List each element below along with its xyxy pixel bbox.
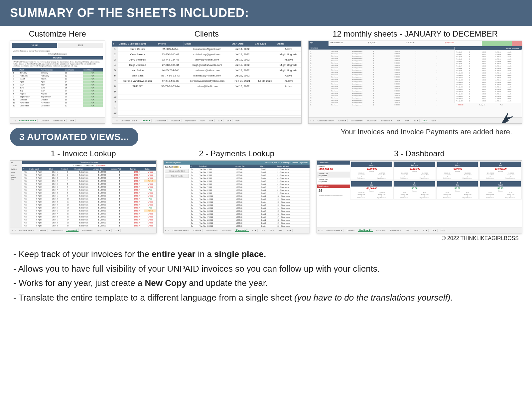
important-note: IMPORTANT: I recommend that you never to… [13,61,102,67]
payments-table: #Date PaidAmount PaidClientInvoice + Cli… [190,165,310,233]
payments-sidebar: Date Paid DESC ▲ View a specific Client … [164,165,190,180]
monthly-preview: April Total Invoiced: 22 $ 35,170.00 $ 7… [308,41,522,124]
clients-title: Clients [112,29,302,39]
tabs-bar: +≡Customize Here ▾Clients ▾Dashboard ▾In… [112,117,301,123]
tabs-bar: +≡Customize Here ▾Clients ▾Dashboard ▾In… [10,117,105,123]
payments-lookup-preview: Invoice Payments Total $ 18,519.00 Showi… [163,160,310,233]
payments-lookup-title: 2 - Payments Lookup [163,149,310,158]
invoice-lookup-heading: Showing all Invoices [22,161,156,164]
tabs-bar: +≡Customize Here ▾Clients ▾Dashboard ▾In… [317,227,522,233]
month-name-label: April [309,41,329,46]
invoice-lookup-preview: By✓ BASICBy ClientMonthStatusUnpaidPaid … [10,160,157,233]
customize-title: Customize Here [10,29,105,39]
payments-header: Invoice Payments [455,47,521,50]
status-ok-bar [482,41,512,46]
balance: $ -24,000.00 [444,41,482,46]
pointer-arrow-icon [498,111,515,124]
caption-text: Your Invoices and Invoice Payments are a… [148,126,532,136]
amount-due: $ 35,170.00 [367,41,405,46]
invoice-lookup-title: 1 - Invoice Lookup [10,149,157,158]
total-invoiced-label: Total Invoiced: 22 [329,41,367,46]
copyright-text: © 2022 THINKLIKEAGIRLBOSS [0,233,532,243]
top-sheets-row: Customize Here YEAR 2022 Use this checkb… [0,26,532,124]
monthly-title: 12 monthly sheets - JANUARY to DECEMBER [308,29,522,39]
tabs-bar: +≡Customize Here ▾Clients ▾Dashboard ▾In… [309,117,522,123]
payments-heading: Invoice Payments Total $ 18,519.00 Showi… [164,161,310,165]
payments-lookup-column: 2 - Payments Lookup Invoice Payments Tot… [163,149,310,233]
year-label: YEAR [12,43,57,48]
months-table: #MonthYour TranslationSheet NameSheet St… [12,68,103,107]
invoice-lookup-summary: $ 53,883.00 $ 18,519.00 $ -25,364.00 [22,164,156,167]
year-value: 2022 [58,43,103,48]
total-invoices-head: Total Invoices [317,185,350,188]
tabs-bar: +≡ustomize Here ▾Clients ▾Dashboard ▾Inv… [10,227,156,233]
customize-column: Customize Here YEAR 2022 Use this checkb… [10,29,105,124]
months-header: MONTHS [12,56,103,60]
dashboard-column: 3 - Dashboard Dashboard Balance-$35,364.… [317,149,522,233]
monthly-column: 12 monthly sheets - JANUARY to DECEMBER … [308,29,522,124]
page-title: SUMMARY OF THE SHEETS INCLUDED: [0,0,532,26]
clients-table: #Client / Business NamePhoneEmailStart D… [112,41,301,124]
dashboard-month-grid: 1January-$2,563.00Balance$7,480.00$4,917… [350,161,522,200]
dashboard-preview: Dashboard Balance-$35,364.00 Amount Due$… [317,160,522,233]
specific-client-button[interactable]: View a specific Client [165,169,189,173]
invoice-lookup-table: #Invoice MonthClientInvoice #Description… [22,167,156,227]
clients-preview: #Client / Business NamePhoneEmailStart D… [112,41,302,124]
bottom-sheets-row: 1 - Invoice Lookup By✓ BASICBy ClientMon… [0,146,532,233]
checkbox-note: Use this checkbox to show or hide help m… [13,50,102,52]
customize-preview: YEAR 2022 Use this checkbox to show or h… [10,41,105,124]
filter-by-month-button[interactable]: Filter By Month [165,174,189,178]
status-bad-bar [512,41,522,46]
feature-bullets: - Keep track of your invoices for the en… [0,243,532,309]
hiding-label: ☐ Hiding help messages [13,53,102,55]
monthly-payments-panel: Invoice Payments Thu Apr 1$500.0001 - Cl… [455,47,521,103]
clients-column: Clients #Client / Business NamePhoneEmai… [112,29,302,124]
dashboard-sidebar: Dashboard Balance-$35,364.00 Amount Due$… [317,161,350,197]
automated-views-pill: 3 AUTOMATED VIEWS... [10,128,138,146]
dashboard-title: 3 - Dashboard [317,149,522,158]
lookup-sidebar: By✓ BASICBy ClientMonthStatusUnpaidPaid [10,161,22,227]
amount-paid: $ 7,700.00 [405,41,444,46]
invoice-lookup-column: 1 - Invoice Lookup By✓ BASICBy ClientMon… [10,149,157,233]
tabs-bar: +≡Customize Here ▾Clients ▾Dashboard ▾In… [164,227,310,233]
